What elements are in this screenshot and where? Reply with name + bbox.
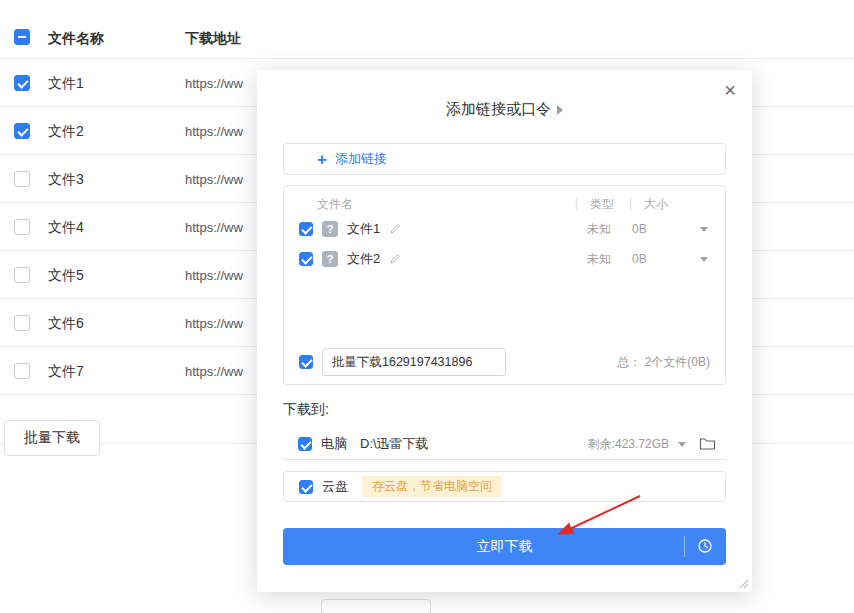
chevron-down-icon[interactable] xyxy=(700,257,708,262)
file-name: 文件2 xyxy=(347,250,380,268)
total-summary: 总： 2个文件(0B) xyxy=(617,354,710,371)
file-name: 文件1 xyxy=(48,75,84,93)
row-checkbox[interactable] xyxy=(14,219,30,235)
cloud-promo-badge: 存云盘，节省电脑空间 xyxy=(362,476,502,497)
dialog-title: 添加链接或口令 xyxy=(446,100,551,119)
partial-hidden-button xyxy=(321,599,431,613)
row-checkbox[interactable] xyxy=(14,123,30,139)
file-name: 文件3 xyxy=(48,171,84,189)
path-dropdown-icon[interactable] xyxy=(678,442,686,447)
row-checkbox[interactable] xyxy=(14,363,30,379)
download-now-label: 立即下载 xyxy=(283,528,726,565)
col-type: 类型 xyxy=(590,196,614,213)
file-url: https://ww xyxy=(185,220,243,235)
file-type: 未知 xyxy=(587,221,611,238)
file-name: 文件7 xyxy=(48,363,84,381)
file-url: https://ww xyxy=(185,76,243,91)
close-icon[interactable]: × xyxy=(718,78,742,102)
file-name: 文件2 xyxy=(48,123,84,141)
column-header-name: 文件名称 xyxy=(48,30,104,48)
row-checkbox[interactable] xyxy=(14,75,30,91)
download-now-button[interactable]: 立即下载 xyxy=(283,528,726,565)
cloud-destination-row: 云盘 存云盘，节省电脑空间 xyxy=(283,471,726,502)
task-name-input[interactable] xyxy=(322,348,506,376)
history-clock-icon[interactable] xyxy=(697,538,713,554)
cloud-label: 云盘 xyxy=(322,478,348,496)
computer-destination-row: 电脑 D:\迅雷下载 剩余:423.72GB xyxy=(283,429,726,460)
file-url: https://ww xyxy=(185,172,243,187)
file-size: 0B xyxy=(632,222,647,236)
file-url: https://ww xyxy=(185,364,243,379)
edit-icon[interactable] xyxy=(389,253,401,265)
row-checkbox[interactable] xyxy=(14,267,30,283)
resize-handle[interactable] xyxy=(739,579,749,589)
expand-arrow-icon[interactable] xyxy=(557,105,563,115)
folder-icon[interactable] xyxy=(699,437,716,451)
chevron-down-icon[interactable] xyxy=(700,227,708,232)
computer-label: 电脑 xyxy=(321,435,347,453)
file-checkbox[interactable] xyxy=(299,222,313,236)
file-url: https://ww xyxy=(185,268,243,283)
unknown-filetype-icon: ? xyxy=(322,251,338,267)
add-task-dialog: × 添加链接或口令 + 添加链接 文件名 | 类型 | 大小 ? 文件1 xyxy=(257,70,752,592)
file-size: 0B xyxy=(632,252,647,266)
column-divider: | xyxy=(575,196,578,210)
row-checkbox[interactable] xyxy=(14,315,30,331)
task-checkbox[interactable] xyxy=(299,355,313,369)
file-url: https://ww xyxy=(185,316,243,331)
task-name-row: 总： 2个文件(0B) xyxy=(284,347,725,377)
file-checkbox[interactable] xyxy=(299,252,313,266)
column-divider: | xyxy=(629,196,632,210)
file-type: 未知 xyxy=(587,251,611,268)
table-header: 文件名称 下载地址 xyxy=(0,0,854,59)
download-to-label: 下载到: xyxy=(283,401,329,419)
unknown-filetype-icon: ? xyxy=(322,221,338,237)
app-screen: 文件名称 下载地址 文件1 https://ww 文件2 https://ww … xyxy=(0,0,854,613)
column-header-url: 下载地址 xyxy=(185,30,241,48)
add-link-button[interactable]: + 添加链接 xyxy=(283,143,726,175)
computer-checkbox[interactable] xyxy=(298,437,312,451)
edit-icon[interactable] xyxy=(389,223,401,235)
plus-icon: + xyxy=(317,151,327,168)
batch-download-button[interactable]: 批量下载 xyxy=(4,420,100,456)
file-name: 文件1 xyxy=(347,220,380,238)
col-size: 大小 xyxy=(644,196,668,213)
add-link-label: 添加链接 xyxy=(335,150,387,168)
download-path: D:\迅雷下载 xyxy=(360,435,429,453)
file-name: 文件4 xyxy=(48,219,84,237)
select-all-checkbox[interactable] xyxy=(14,29,30,45)
file-url: https://ww xyxy=(185,124,243,139)
file-row[interactable]: ? 文件1 未知 0B xyxy=(284,214,725,244)
cloud-checkbox[interactable] xyxy=(299,480,313,494)
row-checkbox[interactable] xyxy=(14,171,30,187)
file-row[interactable]: ? 文件2 未知 0B xyxy=(284,244,725,274)
file-list-panel: 文件名 | 类型 | 大小 ? 文件1 未知 0B ? 文件2 xyxy=(283,185,726,385)
col-filename: 文件名 xyxy=(317,196,353,213)
button-divider xyxy=(684,536,685,557)
dialog-title-row: 添加链接或口令 xyxy=(257,100,752,119)
file-name: 文件5 xyxy=(48,267,84,285)
remaining-space: 剩余:423.72GB xyxy=(588,436,669,453)
file-name: 文件6 xyxy=(48,315,84,333)
